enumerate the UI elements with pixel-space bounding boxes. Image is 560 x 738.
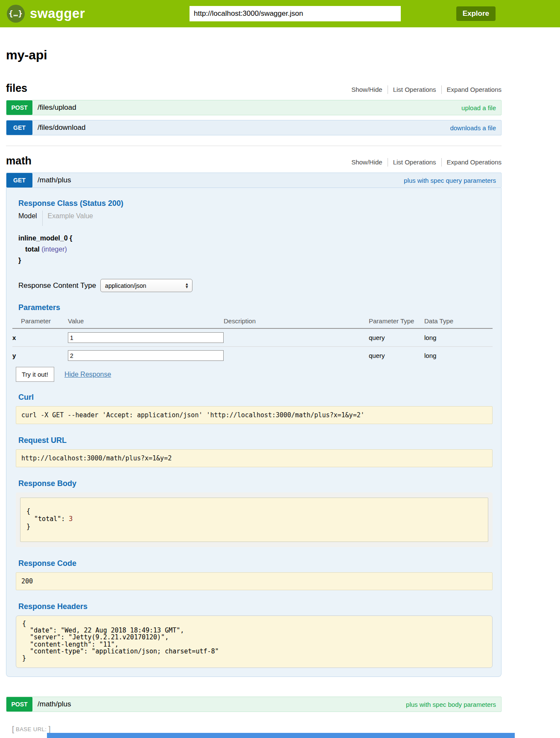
response-content-type-row: Response Content Type application/json ▲…: [18, 279, 493, 292]
endpoint-row-post-math-plus[interactable]: POST /math/plus plus with spec body para…: [6, 697, 502, 712]
list-operations-link[interactable]: List Operations: [393, 86, 436, 93]
parameter-row-y: y query long: [12, 347, 493, 365]
divider: [388, 158, 388, 167]
endpoint-summary[interactable]: plus with spec body parameters: [406, 701, 501, 708]
try-it-out-button[interactable]: Try it out!: [16, 367, 54, 382]
parameter-name: x: [12, 328, 68, 347]
operation-detail-panel: Response Class (Status 200) Model Exampl…: [6, 188, 502, 677]
response-body-value: 3: [69, 515, 73, 523]
base-url-footer: [ BASE URL: ]: [12, 725, 502, 734]
response-code-box: 200: [16, 572, 493, 590]
parameter-description: [224, 328, 369, 347]
parameter-x-input[interactable]: [68, 332, 224, 343]
divider: [388, 85, 388, 94]
endpoint-path[interactable]: /files/upload: [32, 103, 76, 112]
tab-example-value[interactable]: Example Value: [42, 211, 98, 226]
spec-url-input[interactable]: [190, 6, 400, 21]
response-class-heading: Response Class (Status 200): [18, 199, 493, 208]
response-code-heading: Response Code: [18, 559, 493, 568]
parameter-name: y: [12, 347, 68, 365]
show-hide-link[interactable]: Show/Hide: [351, 86, 382, 93]
swagger-logo[interactable]: {…} swagger: [7, 5, 85, 23]
response-body-text: }: [26, 523, 30, 530]
response-content-type-label: Response Content Type: [18, 281, 96, 290]
parameter-data-type: long: [424, 328, 493, 347]
model-prop-type: (integer): [41, 246, 67, 253]
col-header-data-type: Data Type: [424, 316, 493, 328]
select-updown-icon: ▲▼: [185, 283, 189, 289]
endpoint-summary[interactable]: plus with spec query parameters: [404, 177, 501, 184]
http-method-badge: GET: [6, 120, 32, 135]
request-url-box: http://localhost:3000/math/plus?x=1&y=2: [16, 449, 493, 467]
expand-operations-link[interactable]: Expand Operations: [447, 158, 502, 166]
parameter-description: [224, 347, 369, 365]
operation-get-math-plus: GET /math/plus plus with spec query para…: [6, 173, 502, 677]
tab-model[interactable]: Model: [18, 211, 42, 226]
http-method-badge: POST: [6, 100, 32, 115]
parameters-heading: Parameters: [18, 303, 493, 312]
base-url-label: BASE URL:: [16, 726, 47, 732]
endpoint-summary[interactable]: upload a file: [461, 104, 501, 111]
col-header-description: Description: [224, 316, 369, 328]
main-content: my-api files Show/Hide List Operations E…: [6, 48, 502, 734]
request-url-heading: Request URL: [18, 436, 493, 445]
parameters-table: Parameter Value Description Parameter Ty…: [12, 316, 493, 364]
divider: [441, 85, 442, 94]
explore-button[interactable]: Explore: [456, 6, 496, 21]
math-section-controls: Show/Hide List Operations Expand Operati…: [351, 158, 502, 167]
hide-response-link[interactable]: Hide Response: [64, 371, 111, 378]
logo-text: swagger: [30, 6, 85, 21]
math-section: math Show/Hide List Operations Expand Op…: [6, 155, 502, 712]
endpoint-path[interactable]: /math/plus: [32, 176, 71, 184]
divider: [441, 158, 442, 167]
response-body-text: { "total":: [26, 507, 69, 523]
model-close-line: }: [18, 257, 493, 264]
endpoint-row-post-files-upload[interactable]: POST /files/upload upload a file: [6, 100, 502, 115]
files-section-title[interactable]: files: [6, 82, 27, 94]
model-schema: inline_model_0 { total (integer) }: [18, 234, 493, 264]
swagger-braces-icon: {…}: [7, 5, 25, 23]
response-headers-box: { "date": "Wed, 22 Aug 2018 18:49:13 GMT…: [16, 615, 493, 668]
base-url-open-bracket: [: [12, 725, 14, 734]
section-divider: [6, 146, 502, 146]
expand-operations-link[interactable]: Expand Operations: [447, 86, 502, 93]
bottom-highlight-bar: [47, 733, 515, 738]
base-url-close-bracket: ]: [48, 725, 50, 734]
math-section-title[interactable]: math: [6, 155, 32, 167]
model-open-line: inline_model_0 {: [18, 234, 493, 242]
endpoint-path[interactable]: /files/download: [32, 123, 85, 132]
endpoint-row-get-math-plus[interactable]: GET /math/plus plus with spec query para…: [6, 173, 502, 188]
parameter-y-input[interactable]: [68, 350, 224, 361]
parameter-type: query: [369, 328, 424, 347]
files-section-controls: Show/Hide List Operations Expand Operati…: [351, 85, 502, 94]
response-headers-heading: Response Headers: [18, 602, 493, 611]
col-header-parameter: Parameter: [12, 316, 68, 328]
http-method-badge: POST: [6, 697, 32, 712]
endpoint-row-get-files-download[interactable]: GET /files/download downloads a file: [6, 120, 502, 135]
col-header-value: Value: [68, 316, 224, 328]
parameter-data-type: long: [424, 347, 493, 365]
parameter-type: query: [369, 347, 424, 365]
response-body-heading: Response Body: [18, 479, 493, 488]
show-hide-link[interactable]: Show/Hide: [351, 158, 382, 166]
selected-content-type: application/json: [105, 282, 185, 289]
model-tabs: Model Example Value: [18, 211, 493, 226]
curl-command-box: curl -X GET --header 'Accept: applicatio…: [16, 406, 493, 424]
response-content-type-select[interactable]: application/json ▲▼: [100, 279, 192, 292]
files-section: files Show/Hide List Operations Expand O…: [6, 82, 502, 135]
http-method-badge: GET: [6, 173, 32, 187]
parameter-row-x: x query long: [12, 328, 493, 347]
list-operations-link[interactable]: List Operations: [393, 158, 436, 166]
response-body-container: { "total": 3 }: [16, 492, 493, 547]
endpoint-path[interactable]: /math/plus: [32, 700, 71, 709]
col-header-parameter-type: Parameter Type: [369, 316, 424, 328]
model-prop-name: total: [25, 246, 40, 253]
top-bar: {…} swagger Explore: [0, 0, 560, 27]
api-title: my-api: [6, 48, 502, 62]
endpoint-summary[interactable]: downloads a file: [450, 124, 501, 132]
curl-heading: Curl: [18, 393, 493, 402]
response-body-box: { "total": 3 }: [20, 498, 488, 542]
